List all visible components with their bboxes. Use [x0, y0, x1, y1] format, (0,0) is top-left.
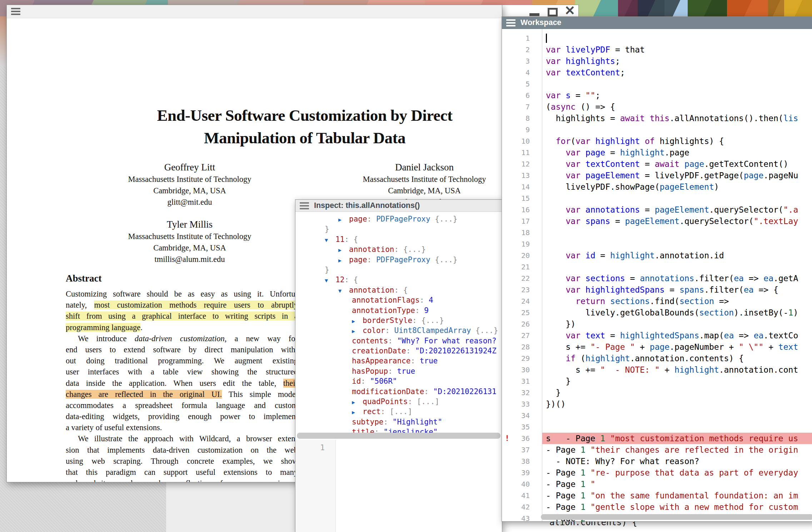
inspector-row[interactable]: ▶rect: [...]: [295, 407, 502, 417]
token-pln: }: [546, 388, 561, 397]
pdf-window-titlebar[interactable]: [7, 5, 502, 18]
inspector-row[interactable]: contents: "Why? For what reason?: [295, 336, 502, 346]
inspector-row[interactable]: ▼11: {: [295, 234, 502, 244]
code-line[interactable]: var annotations = pageElement.querySelec…: [542, 204, 812, 215]
code-line[interactable]: var page = highlight.page: [542, 147, 812, 158]
code-line[interactable]: var highlights;: [542, 55, 812, 67]
code-line[interactable]: }: [542, 376, 812, 387]
code-line[interactable]: var text = highlightedSpans.map(ea => ea…: [542, 330, 812, 341]
code-line[interactable]: [542, 78, 812, 90]
code-line[interactable]: var id = highlight.annotation.id: [542, 250, 812, 261]
code-line[interactable]: [542, 227, 812, 238]
inspector-row[interactable]: ▼12: {: [295, 275, 502, 285]
inspector-row[interactable]: ▶annotation: {...}: [295, 244, 502, 254]
close-button[interactable]: ✕: [564, 5, 577, 17]
code-line[interactable]: return sections.find(section =>: [542, 295, 812, 307]
code-line[interactable]: [542, 193, 812, 204]
code-line[interactable]: var highlightedSpans = spans.filter(ea =…: [542, 284, 812, 295]
code-line[interactable]: })(): [542, 398, 812, 410]
wallpaper-tile: [638, 0, 664, 18]
code-line[interactable]: - Page 1 "their changes are reflected in…: [542, 444, 812, 456]
code-line[interactable]: lively.getGlobalBounds(section).insetBy(…: [542, 307, 812, 318]
expand-icon[interactable]: ▶: [338, 255, 349, 265]
inspector-row[interactable]: ▼annotation: {: [295, 285, 502, 295]
code-line[interactable]: var textContent;: [542, 67, 812, 78]
result-line[interactable]: s - Page 1 "most customization methods r…: [542, 433, 812, 444]
code-line[interactable]: [542, 124, 812, 135]
expand-icon[interactable]: ▶: [338, 215, 349, 224]
collapse-icon[interactable]: ▼: [325, 275, 335, 285]
code-line[interactable]: }): [542, 318, 812, 330]
code-line[interactable]: var sections = annotations.filter(ea => …: [542, 273, 812, 284]
code-line[interactable]: if (highlight.annotation.contents) {: [542, 353, 812, 364]
highlight-yellow: shift from using a graphical interface t…: [66, 312, 298, 320]
expand-icon[interactable]: ▶: [352, 397, 363, 407]
abstract-segment: using web scraping. Through concrete exa…: [66, 457, 298, 466]
inspector-row[interactable]: ▶borderStyle: {...}: [295, 315, 502, 325]
code-line[interactable]: var s = "";: [542, 90, 812, 101]
code-line[interactable]: var livelyPDF = that: [542, 44, 812, 55]
code-line[interactable]: s += "- Page " + page.pageNumber + " \""…: [542, 341, 812, 353]
inspector-titlebar[interactable]: Inspect: this.allAnnotations(): [295, 200, 502, 212]
inspector-row[interactable]: ▶color: Uint8ClampedArray {...}: [295, 325, 502, 335]
code-line[interactable]: [542, 410, 812, 421]
inspector-row[interactable]: }: [295, 265, 502, 275]
maximize-button[interactable]: [547, 5, 559, 17]
inspector-row[interactable]: annotationType: 9: [295, 305, 502, 315]
inspector-row[interactable]: subtype: "Highlight": [295, 417, 502, 427]
code-line[interactable]: - NOTE: Why? For what reason?: [542, 456, 812, 467]
expand-icon[interactable]: ▶: [338, 245, 349, 254]
token-pln: [546, 159, 566, 169]
abstract-line: out doing traditional programming. We au…: [66, 355, 298, 366]
code-line[interactable]: [542, 33, 812, 44]
code-line[interactable]: livelyPDF.showPage(pageElement): [542, 181, 812, 193]
inspector-row[interactable]: modificationDate: "D:20210226131: [295, 387, 502, 397]
inspector-code-pane[interactable]: 1: [295, 440, 502, 532]
workspace-editor[interactable]: 1234567891011121314151617181920212223242…: [502, 29, 812, 521]
code-line[interactable]: s += " - NOTE: " + highlight.annotation.…: [542, 364, 812, 376]
line-number: 41: [502, 490, 530, 501]
inspector-scrollbar[interactable]: [297, 433, 500, 439]
workspace-menu-icon[interactable]: [506, 19, 515, 26]
inspector-row[interactable]: }: [295, 224, 502, 234]
inspector-row[interactable]: ▶page: PDFPageProxy {...}: [295, 255, 502, 265]
expand-icon[interactable]: ▶: [352, 316, 363, 325]
line-number: 12: [502, 158, 530, 170]
code-line[interactable]: var spans = pageElement.querySelector(".…: [542, 215, 812, 227]
token-ref: highlight: [610, 251, 655, 260]
inspector-row[interactable]: hasPopup: true: [295, 366, 502, 376]
abstract-line: nately, most customization methods requi…: [66, 299, 298, 310]
inspector-row[interactable]: creationDate: "D:20210226131924Z: [295, 346, 502, 356]
collapse-icon[interactable]: ▼: [338, 286, 349, 295]
minimize-button[interactable]: [529, 5, 541, 17]
inspector-row[interactable]: ▶quadPoints: [...]: [295, 397, 502, 407]
workspace-horizontal-scrollbar[interactable]: [541, 514, 812, 520]
collapse-icon[interactable]: ▼: [325, 235, 335, 244]
code-line[interactable]: for(var highlight of highlights) {: [542, 135, 812, 147]
abstract-line: a variety of useful extensions.: [66, 422, 298, 433]
pdf-window-menu-icon[interactable]: [11, 8, 20, 15]
token-ipun: : {: [394, 286, 408, 294]
code-line[interactable]: - Page 1 ": [542, 478, 812, 490]
workspace-titlebar[interactable]: Workspace: [502, 17, 812, 29]
code-line[interactable]: var pageElement = livelyPDF.getPage(page…: [542, 170, 812, 181]
inspector-row[interactable]: ▶page: PDFPageProxy {...}: [295, 214, 502, 224]
code-line[interactable]: [542, 421, 812, 433]
code-line[interactable]: [542, 261, 812, 273]
code-line[interactable]: - Page 1 "re- purpose that data as part …: [542, 467, 812, 478]
inspector-row[interactable]: annotationFlags: 4: [295, 295, 502, 305]
code-line[interactable]: highlights = await this.allAnnotations()…: [542, 113, 812, 124]
inspector-row[interactable]: hasAppearance: true: [295, 356, 502, 366]
token-pln: lively.getGlobalBounds(: [546, 308, 699, 317]
expand-icon[interactable]: ▶: [352, 407, 363, 417]
code-line[interactable]: - Page 1 "gentle slope with a new method…: [542, 501, 812, 513]
code-line[interactable]: (async () => {: [542, 101, 812, 113]
code-line[interactable]: [542, 238, 812, 250]
code-line[interactable]: - Page 1 "on the same fundamental founda…: [542, 490, 812, 501]
expand-icon[interactable]: ▶: [352, 326, 363, 335]
code-line[interactable]: }: [542, 387, 812, 398]
inspector-menu-icon[interactable]: [300, 202, 309, 209]
inspector-row[interactable]: id: "506R": [295, 376, 502, 386]
code-line[interactable]: var textContent = await page.getTextCont…: [542, 158, 812, 170]
token-ikey: creationDate: [352, 347, 406, 355]
